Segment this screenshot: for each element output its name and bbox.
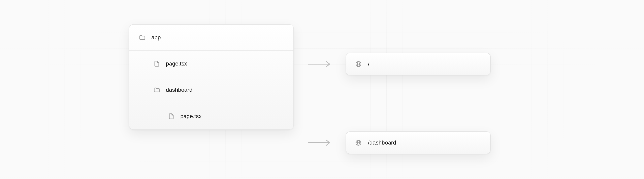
arrow-icon	[308, 60, 332, 68]
route-pill-dashboard: /dashboard	[346, 131, 491, 154]
route-path: /dashboard	[368, 139, 396, 146]
tree-row-dashboard-page: page.tsx	[129, 103, 294, 129]
tree-row-app: app	[129, 25, 294, 51]
globe-icon	[355, 139, 362, 146]
route-path: /	[368, 61, 370, 67]
file-icon	[168, 113, 175, 120]
diagram-canvas: app page.tsx dashboard	[0, 0, 644, 179]
tree-label: page.tsx	[180, 113, 202, 119]
tree-label: page.tsx	[166, 61, 187, 67]
file-tree-panel: app page.tsx dashboard	[129, 24, 294, 130]
tree-label: dashboard	[166, 87, 192, 93]
tree-row-root-page: page.tsx	[129, 51, 294, 77]
tree-row-dashboard-folder: dashboard	[129, 77, 294, 103]
file-icon	[153, 60, 160, 67]
folder-icon	[139, 34, 146, 41]
tree-label: app	[151, 34, 161, 41]
arrow-icon	[308, 139, 332, 147]
route-pill-root: /	[346, 53, 491, 75]
folder-icon	[153, 86, 160, 93]
globe-icon	[355, 61, 362, 68]
